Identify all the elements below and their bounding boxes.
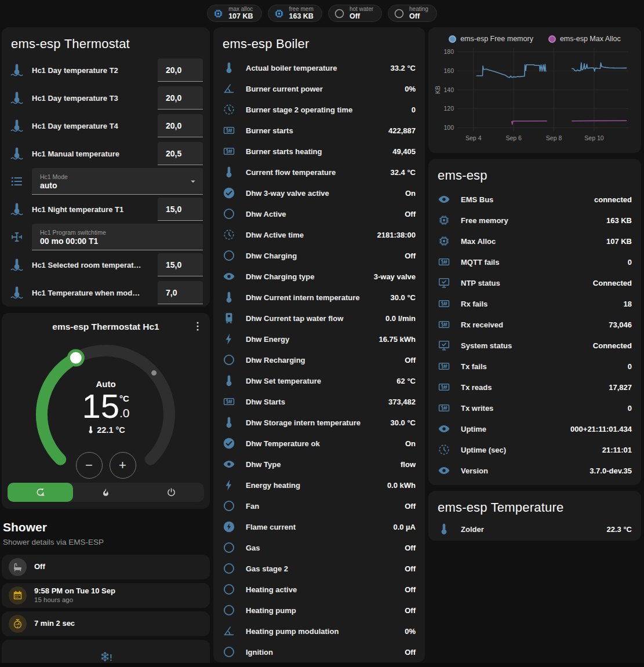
entity-row[interactable]: Burner current power 0% — [213, 78, 425, 99]
entity-row[interactable]: Current flow temperature 32.4 °C — [213, 162, 425, 183]
entity-row[interactable]: Tx fails 0 — [428, 356, 641, 377]
entity-row[interactable]: Hc1 Manual temperature 20,5 Hc1 Manual t… — [2, 140, 210, 167]
entity-row[interactable]: Rx fails 18 — [428, 293, 641, 314]
number-input[interactable]: 20,0 — [158, 86, 203, 110]
entity-row[interactable]: Dhw Starts 373,482 — [213, 391, 425, 412]
entity-row[interactable]: Hc1 Day temperature T4 20,0 Hc1 Day temp… — [2, 112, 210, 140]
entity-row[interactable]: Max Alloc 107 KB — [428, 231, 641, 252]
entity-value: 3-way valve — [374, 272, 416, 281]
entity-row[interactable]: Dhw Energy 16.75 kWh — [213, 329, 425, 349]
format-list-icon — [10, 174, 24, 188]
status-chip[interactable]: free mem 163 KB — [268, 5, 322, 22]
entity-row[interactable]: Heating active Off — [213, 579, 425, 600]
circle-outline-icon — [223, 562, 235, 575]
value-field[interactable]: Hc1 Mode auto — [32, 168, 203, 195]
legend-dot-icon — [449, 35, 456, 43]
entity-row[interactable]: Free memory 163 KB — [428, 210, 641, 231]
entity-row[interactable]: Dhw Type flow — [213, 454, 425, 475]
entity-row[interactable]: Rx received 73,046 — [428, 314, 641, 335]
legend-item[interactable]: ems-esp Free memory — [449, 35, 533, 43]
number-input[interactable]: 20,5 — [158, 142, 203, 165]
entity-row[interactable]: Dhw Active time 2181:38:00 — [213, 224, 425, 245]
entity-row[interactable]: Dhw Storage intern temperature 30.0 °C — [213, 412, 425, 433]
entity-row[interactable]: Fan Off — [213, 495, 425, 516]
entity-value: flow — [401, 460, 416, 469]
entity-value: Off — [405, 585, 416, 594]
entity-row[interactable]: Uptime 000+21:11:01.434 — [428, 418, 641, 439]
status-chip[interactable]: max alloc 107 KB — [207, 5, 261, 22]
entity-row[interactable]: Dhw Set temperature 62 °C — [213, 370, 425, 391]
legend-label: ems-esp Free memory — [460, 35, 533, 43]
entity-row[interactable]: Hc1 Selected room temperat… 15,0 Hc1 Sel… — [2, 251, 210, 279]
entity-label: Dhw Current intern temperature — [246, 293, 390, 302]
number-input[interactable]: 15,0 — [158, 198, 203, 221]
entity-row[interactable]: Hc1 Night temperature T1 15,0 Hc1 Night … — [2, 195, 210, 223]
entity-row[interactable]: Dhw Charging type 3-way valve — [213, 266, 425, 287]
entity-row[interactable]: Burner stage 2 operating time 0 — [213, 99, 425, 120]
status-chip[interactable]: hot water Off — [328, 5, 382, 22]
entity-row[interactable]: Version 3.7.0-dev.35 — [428, 460, 641, 481]
entity-row[interactable]: Dhw Active Off — [213, 203, 425, 224]
increase-temp-button[interactable]: + — [110, 452, 136, 479]
number-input[interactable]: 20,0 — [158, 59, 203, 82]
entity-row[interactable]: Dhw Current intern temperature 30.0 °C — [213, 287, 425, 308]
entity-row[interactable]: Dhw 3-way valve active On — [213, 183, 425, 203]
entity-value: 30.0 °C — [390, 293, 416, 302]
entity-row[interactable]: Heating pump Off — [213, 600, 425, 621]
entity-row[interactable]: Gas Off — [213, 537, 425, 558]
entity-row[interactable]: Dhw Temperature ok On — [213, 433, 425, 454]
entity-row[interactable]: System status Connected — [428, 335, 641, 356]
entity-row[interactable]: Hc1 Day temperature T3 20,0 Hc1 Day temp… — [2, 84, 210, 112]
dots-vertical-icon[interactable] — [191, 320, 204, 333]
shower-tile[interactable]: 7 min 2 sec — [2, 611, 210, 636]
entity-row[interactable]: Tx reads 17,827 — [428, 377, 641, 398]
field-value: auto — [40, 181, 197, 190]
field-label: Hc1 Mode — [40, 173, 197, 180]
entity-row[interactable]: Energy heating 0.0 kWh — [213, 475, 425, 495]
entity-row[interactable]: MQTT fails 0 — [428, 252, 641, 272]
shower-tile[interactable]: Off — [2, 555, 210, 579]
entity-row[interactable]: Burner starts heating 49,405 — [213, 141, 425, 162]
legend-dot-icon — [548, 35, 556, 43]
entity-row[interactable]: Uptime (sec) 21:11:01 — [428, 439, 641, 460]
number-input[interactable]: 20,0 — [158, 114, 203, 137]
counter-icon — [438, 297, 450, 310]
entity-row[interactable]: Dhw Charging Off — [213, 245, 425, 266]
page-bottom-strip — [0, 663, 644, 667]
chevron-down-icon[interactable] — [188, 176, 198, 187]
mode-off-button[interactable] — [139, 483, 204, 502]
entity-row[interactable]: Dhw Current tap water flow 0.0 l/min — [213, 308, 425, 329]
entity-value: 000+21:11:01.434 — [570, 425, 632, 433]
entity-value: Off — [405, 210, 416, 218]
entity-row[interactable]: Ignition Off — [213, 642, 425, 662]
thermostat-dial[interactable] — [3, 333, 209, 466]
entity-row[interactable]: Dhw Recharging Off — [213, 349, 425, 370]
number-input[interactable]: 7,0 — [158, 281, 203, 304]
entity-label: Dhw Storage intern temperature — [246, 418, 390, 427]
entity-row[interactable]: Gas stage 2 Off — [213, 558, 425, 579]
entity-row[interactable]: Hc1 Day temperature T2 20,0 Hc1 Day temp… — [2, 56, 210, 84]
value-field[interactable]: Hc1 Program switchtime 00 mo 00:00 T1 — [32, 224, 203, 250]
mode-auto-button[interactable]: A — [8, 483, 73, 502]
shower-tiles: Off 9:58 PM on Tue 10 Sep 15 hours ago — [2, 555, 210, 667]
entity-row[interactable]: Hc1 Temperature when mod… 7,0 Hc1 Temper… — [2, 279, 210, 307]
mode-heat-button[interactable] — [73, 483, 139, 502]
entity-label: Dhw Temperature ok — [246, 439, 405, 448]
entity-row[interactable]: Hc1 Program switchtime 00 mo 00:00 T1 Hc… — [2, 223, 210, 251]
shower-tile[interactable]: 9:58 PM on Tue 10 Sep 15 hours ago — [2, 583, 210, 608]
status-chip[interactable]: heating Off — [388, 5, 437, 22]
number-input[interactable]: 15,0 — [158, 253, 203, 276]
entity-row[interactable]: Flame current 0.0 µA — [213, 516, 425, 537]
legend-item[interactable]: ems-esp Max Alloc — [548, 35, 621, 43]
entity-row[interactable]: Burner starts 422,887 — [213, 120, 425, 141]
entity-row[interactable]: Zolder 22.3 °C — [428, 519, 641, 540]
svg-text:Sep 8: Sep 8 — [546, 134, 562, 141]
entity-row[interactable]: EMS Bus connected — [428, 189, 641, 210]
entity-row[interactable]: Actual boiler temperature 33.2 °C — [213, 57, 425, 78]
entity-row[interactable]: Heating pump modulation 0% — [213, 621, 425, 642]
entity-row[interactable]: Tx writes 0 — [428, 398, 641, 418]
dial-handle[interactable] — [68, 351, 83, 365]
entity-row[interactable]: Hc1 Mode auto Hc1 Mode auto — [2, 167, 210, 195]
entity-row[interactable]: NTP status Connected — [428, 272, 641, 293]
decrease-temp-button[interactable]: − — [76, 452, 103, 479]
